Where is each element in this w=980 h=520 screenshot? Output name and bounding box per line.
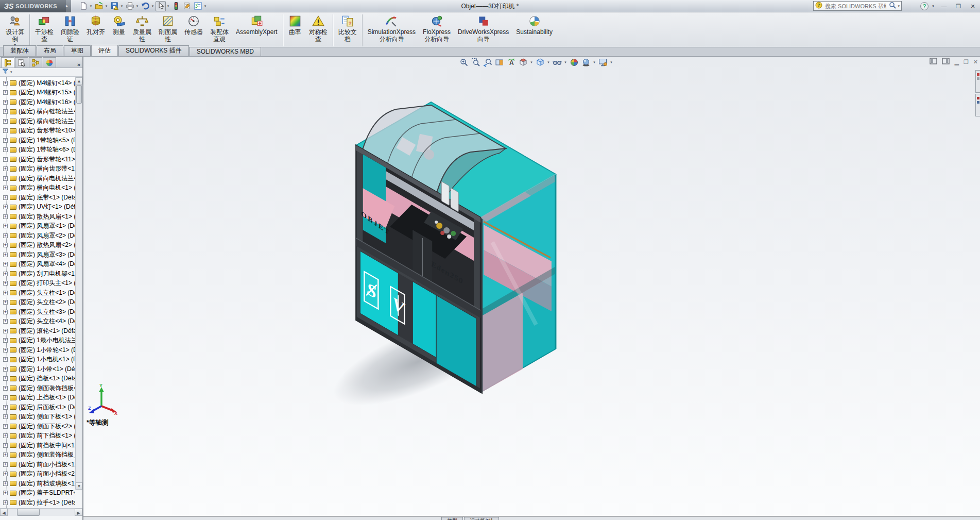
ribbon-button-mass-properties[interactable]: 质量属性	[129, 14, 155, 43]
tree-item[interactable]: +(固定) 齿形带轮<11> (D	[0, 155, 75, 164]
tree-item[interactable]: +(固定) 滚轮<1> (Défaut	[0, 326, 75, 336]
tab-SOLIDWORKS MBD[interactable]: SOLIDWORKS MBD	[190, 47, 261, 56]
expand-icon[interactable]: +	[3, 81, 8, 86]
display-style-caret-icon[interactable]: ▾	[546, 60, 551, 64]
ribbon-button-simulationxpress[interactable]: SimulationXpress分析向导	[364, 14, 419, 43]
expand-icon[interactable]: +	[3, 176, 8, 181]
scroll-down-arrow[interactable]: ▼	[76, 482, 82, 490]
split-pane-right-icon[interactable]	[942, 57, 950, 66]
select-cursor-icon[interactable]	[156, 1, 166, 11]
propertymanager-tab[interactable]	[15, 57, 28, 68]
tree-item[interactable]: +(固定) 风扇罩<1> (Défa	[0, 222, 75, 231]
search-icon[interactable]	[889, 2, 896, 11]
ribbon-button-assembly-visualization[interactable]: 装配体直观	[207, 14, 232, 43]
view-orientation-icon[interactable]	[518, 57, 528, 68]
close-button[interactable]: ✕	[967, 2, 979, 11]
help-search-box[interactable]: ? ▾	[813, 1, 902, 11]
expand-icon[interactable]: +	[3, 281, 8, 286]
scroll-left-arrow[interactable]: ◀	[0, 509, 8, 516]
expand-icon[interactable]: +	[3, 119, 8, 124]
expand-icon[interactable]: +	[3, 433, 8, 438]
panel-overflow-chevron[interactable]: »	[77, 61, 80, 68]
tab-评估[interactable]: 评估	[91, 45, 118, 56]
tree-item[interactable]: +(固定) 头立柱<2> (Défa	[0, 298, 75, 308]
zoom-area-icon[interactable]	[470, 57, 481, 68]
help-caret-icon[interactable]: ▾	[931, 2, 936, 11]
expand-icon[interactable]: +	[3, 195, 8, 200]
ribbon-button-curvature[interactable]: 曲率	[285, 14, 305, 36]
expand-icon[interactable]: +	[3, 424, 8, 429]
tree-item[interactable]: +(固定) 横向电机法兰<1>	[0, 174, 75, 183]
tree-item[interactable]: +(固定) 侧面下板<2> (Dé	[0, 422, 75, 431]
print-icon[interactable]	[125, 1, 135, 11]
expand-icon[interactable]: +	[3, 443, 8, 448]
expand-icon[interactable]: +	[3, 472, 8, 476]
search-caret-icon[interactable]: ▾	[898, 4, 900, 8]
expand-icon[interactable]: +	[3, 338, 8, 343]
tree-item[interactable]: +(固定) 侧面下板<1> (Dé	[0, 412, 75, 422]
doc-close-button[interactable]: ✕	[973, 58, 978, 66]
expand-icon[interactable]: +	[3, 500, 8, 505]
expand-icon[interactable]: +	[3, 138, 8, 143]
print-caret-icon[interactable]: ▾	[135, 4, 140, 8]
tree-horizontal-scrollbar[interactable]: ◀ ▶	[0, 508, 82, 516]
tree-item[interactable]: +(固定) 风扇罩<3> (Défa	[0, 250, 75, 260]
expand-icon[interactable]: +	[3, 405, 8, 410]
traffic-light-icon[interactable]	[171, 1, 181, 11]
expand-icon[interactable]: +	[3, 214, 8, 219]
new-document-caret-icon[interactable]: ▾	[89, 4, 93, 8]
apply-scene-caret-icon[interactable]: ▾	[592, 60, 596, 64]
ribbon-button-symmetry-check[interactable]: 对称检查	[305, 14, 331, 43]
tree-item[interactable]: +(固定) 前面小挡板<1> (	[0, 460, 75, 469]
section-view-icon[interactable]	[494, 57, 505, 68]
ribbon-button-assemblyxpert[interactable]: AssemblyXpert	[232, 14, 281, 36]
expand-icon[interactable]: +	[3, 386, 8, 391]
ribbon-button-sustainability[interactable]: Sustainability	[512, 14, 556, 36]
annotation-view-icon[interactable]: A	[506, 57, 517, 68]
expand-icon[interactable]: +	[3, 272, 8, 276]
new-document-icon[interactable]	[78, 1, 89, 11]
filter-caret-icon[interactable]: ▾	[10, 70, 12, 74]
expand-icon[interactable]: +	[3, 481, 8, 486]
tree-item[interactable]: +(固定) 上挡板<1> (Défa	[0, 393, 75, 403]
view-settings-caret-icon[interactable]: ▾	[609, 60, 613, 64]
tree-item[interactable]: +(固定) 头立柱<1> (Défa	[0, 288, 75, 298]
vertical-scroll-thumb[interactable]	[76, 85, 82, 104]
ribbon-button-clearance-verification[interactable]: 间隙验证	[57, 14, 83, 43]
view-orientation-caret-icon[interactable]: ▾	[529, 60, 534, 64]
expand-icon[interactable]: +	[3, 233, 8, 238]
tree-item[interactable]: +(固定) 侧面装饰挡板_20	[0, 450, 75, 460]
printer-model[interactable]: OBJET Eden250 S V	[83, 57, 980, 520]
split-pane-left-icon[interactable]	[930, 57, 937, 66]
search-input[interactable]	[824, 3, 887, 10]
display-style-icon[interactable]	[535, 57, 545, 68]
tree-item[interactable]: +(固定) 底带<1> (Défaut	[0, 193, 75, 203]
ribbon-button-section-properties[interactable]: 剖面属性	[155, 14, 181, 43]
ribbon-button-sensors[interactable]: 传感器	[181, 14, 207, 36]
tree-item[interactable]: +(固定) 前档玻璃板<1> (	[0, 479, 75, 489]
taskpane-tab[interactable]	[975, 70, 980, 93]
expand-icon[interactable]: +	[3, 310, 8, 314]
tree-item[interactable]: +(固定) 横向链轮法兰<1>	[0, 107, 75, 117]
filter-funnel-icon[interactable]	[2, 68, 9, 77]
logo-chevron-icon[interactable]: ▸	[66, 0, 71, 12]
expand-icon[interactable]: +	[3, 166, 8, 171]
ribbon-button-compare-documents[interactable]: ?比较文档	[335, 14, 360, 43]
zoom-fit-icon[interactable]	[458, 57, 469, 68]
configurationmanager-tab[interactable]	[29, 57, 42, 68]
expand-icon[interactable]: +	[3, 205, 8, 209]
ribbon-button-floxpress[interactable]: FloXpress分析向导	[419, 14, 454, 43]
expand-icon[interactable]: +	[3, 319, 8, 324]
scroll-right-arrow[interactable]: ▶	[75, 509, 82, 516]
expand-icon[interactable]: +	[3, 157, 8, 162]
bottom-tab-模型[interactable]: 模型	[441, 517, 463, 520]
expand-icon[interactable]: +	[3, 109, 8, 114]
tree-item[interactable]: +(固定) 横向电机<1> (Dé	[0, 183, 75, 193]
tree-item[interactable]: +(固定) 横向齿形带<1> (	[0, 164, 75, 174]
open-folder-caret-icon[interactable]: ▾	[104, 4, 109, 8]
tree-item[interactable]: +(固定) UV灯<1> (Défau	[0, 203, 75, 212]
expand-icon[interactable]: +	[3, 224, 8, 228]
hide-show-items-caret-icon[interactable]: ▾	[563, 60, 568, 64]
tree-item[interactable]: +(固定) 前下挡板<1> (Dé	[0, 431, 75, 441]
tree-item[interactable]: +(固定) 1最小电机法兰<1	[0, 336, 75, 346]
